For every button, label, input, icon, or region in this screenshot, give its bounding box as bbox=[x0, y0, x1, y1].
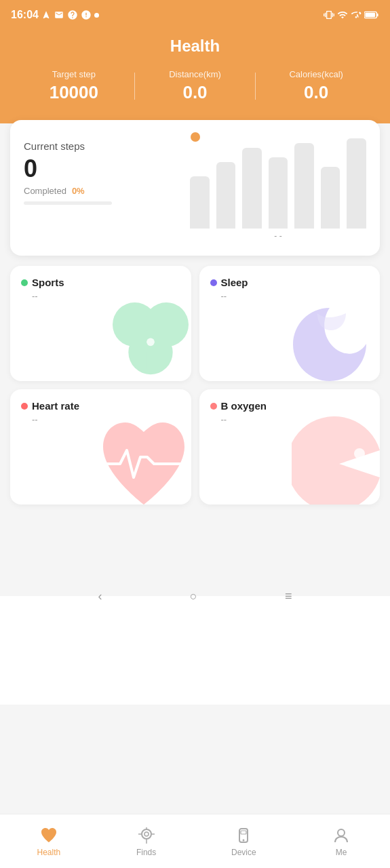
header-stats: Target step 10000 Distance(km) 0.0 Calor… bbox=[14, 69, 376, 103]
svg-point-7 bbox=[147, 338, 155, 347]
sports-icon bbox=[103, 293, 191, 381]
header: Health Target step 10000 Distance(km) 0.… bbox=[0, 30, 390, 123]
sleep-dot bbox=[210, 279, 217, 286]
finds-nav-icon bbox=[137, 826, 156, 845]
calories-label: Calories(kcal) bbox=[256, 69, 376, 79]
steps-card[interactable]: Current steps 0 Completed 0% - - bbox=[10, 120, 380, 256]
sports-title: Sports bbox=[32, 277, 64, 288]
progress-bar bbox=[24, 201, 112, 205]
nav-health-label: Health bbox=[37, 848, 61, 857]
b-oxygen-header: B oxygen bbox=[210, 400, 370, 412]
heart-rate-title: Heart rate bbox=[32, 400, 79, 412]
heart-rate-header: Heart rate bbox=[21, 400, 180, 412]
distance-stat: Distance(km) 0.0 bbox=[135, 69, 256, 103]
heart-rate-icon bbox=[93, 413, 191, 505]
b-oxygen-dot bbox=[210, 403, 217, 410]
health-nav-icon bbox=[39, 826, 58, 845]
target-step-value: 10000 bbox=[14, 82, 134, 103]
svg-point-8 bbox=[354, 448, 365, 459]
sports-card[interactable]: Sports -- bbox=[10, 266, 191, 381]
svg-rect-6 bbox=[147, 349, 155, 372]
svg-point-10 bbox=[144, 832, 149, 836]
bar-7 bbox=[347, 138, 366, 229]
nav-device-label: Device bbox=[231, 848, 256, 857]
svg-point-16 bbox=[243, 839, 245, 841]
cards-grid: Sports -- Sleep -- bbox=[0, 266, 390, 515]
status-dot bbox=[94, 13, 99, 18]
vibrate-icon bbox=[324, 9, 334, 20]
main-content: Current steps 0 Completed 0% - - Sports bbox=[0, 120, 390, 596]
nav-health[interactable]: Health bbox=[0, 814, 98, 868]
question-icon bbox=[67, 9, 78, 20]
me-nav-icon bbox=[332, 826, 351, 845]
navigation-icon bbox=[41, 10, 51, 20]
svg-rect-1 bbox=[377, 14, 378, 17]
email-icon bbox=[54, 10, 64, 20]
sleep-icon bbox=[285, 300, 380, 381]
status-right bbox=[324, 9, 379, 20]
svg-rect-2 bbox=[365, 13, 375, 17]
bar-6 bbox=[321, 167, 340, 229]
distance-value: 0.0 bbox=[135, 82, 256, 103]
home-indicator: ‹ ○ ≡ bbox=[0, 596, 390, 705]
nav-finds-label: Finds bbox=[136, 848, 156, 857]
sleep-card[interactable]: Sleep -- bbox=[199, 266, 381, 381]
calories-value: 0.0 bbox=[256, 82, 376, 103]
bar-1 bbox=[190, 176, 210, 229]
home-indicator-circle: ○ bbox=[190, 589, 197, 604]
back-indicator: ‹ bbox=[98, 589, 102, 604]
heart-rate-card[interactable]: Heart rate -- bbox=[10, 389, 191, 505]
b-oxygen-title: B oxygen bbox=[221, 400, 267, 412]
nav-me[interactable]: Me bbox=[292, 814, 390, 868]
bottom-nav: Health Finds Device Me bbox=[0, 814, 390, 868]
sleep-header: Sleep bbox=[210, 277, 370, 288]
device-nav-icon bbox=[234, 826, 253, 845]
target-step-label: Target step bbox=[14, 69, 134, 79]
sports-header: Sports bbox=[21, 277, 180, 288]
nav-device[interactable]: Device bbox=[195, 814, 293, 868]
completed-pct: 0% bbox=[72, 186, 85, 196]
distance-label: Distance(km) bbox=[135, 69, 256, 79]
bar-5 bbox=[294, 143, 314, 229]
status-time: 16:04 bbox=[11, 9, 39, 21]
target-step-stat: Target step 10000 bbox=[14, 69, 134, 103]
status-bar: 16:04 bbox=[0, 0, 390, 30]
signal-icon bbox=[351, 9, 362, 20]
nav-finds[interactable]: Finds bbox=[98, 814, 195, 868]
sports-dot bbox=[21, 279, 28, 286]
chart-label: - - bbox=[190, 231, 366, 241]
heart-rate-dot bbox=[21, 403, 28, 410]
completed-label: Completed bbox=[24, 186, 66, 196]
svg-rect-17 bbox=[241, 831, 246, 834]
svg-point-9 bbox=[142, 829, 151, 839]
b-oxygen-card[interactable]: B oxygen -- bbox=[199, 389, 381, 505]
menu-indicator: ≡ bbox=[285, 589, 292, 604]
sleep-title: Sleep bbox=[221, 277, 248, 288]
svg-point-18 bbox=[338, 829, 345, 836]
bar-2 bbox=[216, 162, 236, 229]
calories-stat: Calories(kcal) 0.0 bbox=[256, 69, 376, 103]
status-left: 16:04 bbox=[11, 9, 99, 21]
wifi-icon bbox=[337, 9, 348, 20]
page-title: Health bbox=[14, 37, 376, 56]
bar-3 bbox=[242, 148, 262, 229]
nav-me-label: Me bbox=[336, 848, 347, 857]
b-oxygen-icon bbox=[292, 416, 380, 505]
bar-4 bbox=[269, 157, 288, 229]
battery-icon bbox=[364, 10, 379, 20]
alert-icon bbox=[81, 9, 92, 20]
bar-chart: - - bbox=[190, 134, 366, 242]
